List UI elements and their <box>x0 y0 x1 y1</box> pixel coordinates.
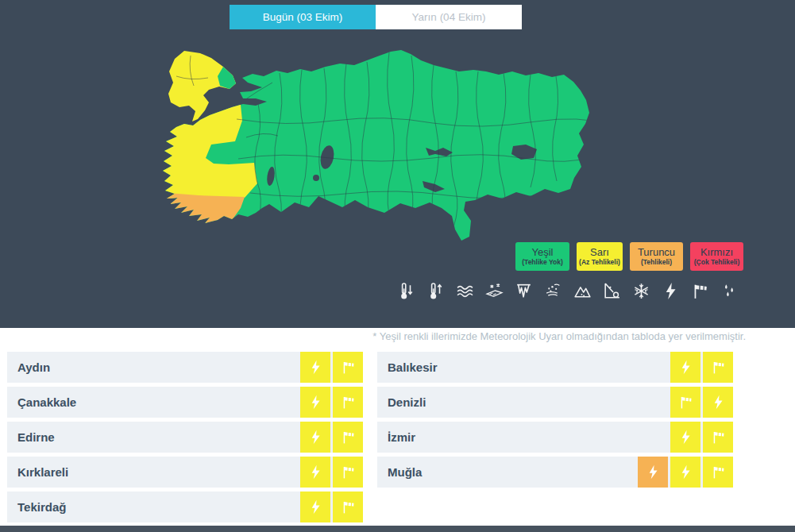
city-label: Edirne <box>7 430 55 444</box>
city-label: Tekirdağ <box>7 500 66 514</box>
warning-cell-lightning-yellow <box>670 457 700 488</box>
warning-cells <box>670 387 733 418</box>
tab-today[interactable]: Bugün (03 Ekim) <box>230 5 376 29</box>
warning-cell-lightning-yellow <box>300 457 330 488</box>
warning-cells <box>300 492 363 522</box>
legend-label: Kırmızı <box>700 246 733 258</box>
warning-cell-windsock-yellow <box>333 387 363 418</box>
table-row-kırklareli[interactable]: Kırklareli <box>7 457 363 488</box>
warning-cell-windsock-yellow <box>333 492 363 522</box>
table-row-balıkesir[interactable]: Balıkesir <box>377 352 733 383</box>
tab-bar: Bugün (03 Ekim) Yarın (04 Ekim) <box>230 5 522 29</box>
table-row-denizli[interactable]: Denizli <box>377 387 733 418</box>
warning-cell-windsock-yellow <box>333 422 363 453</box>
city-label: Balıkesir <box>377 360 438 374</box>
city-label: Aydın <box>7 360 50 374</box>
warning-cells <box>300 422 363 453</box>
windsock-icon <box>689 279 710 303</box>
legend-label: Sarı <box>590 246 609 258</box>
legend-item-red: Kırmızı (Çok Tehlikeli) <box>690 242 743 271</box>
city-label: Denizli <box>377 395 426 409</box>
lightning-icon <box>660 279 681 303</box>
rain-icon <box>719 279 739 303</box>
legend-item-orange: Turuncu (Tehlikeli) <box>630 242 683 271</box>
avalanche-icon <box>572 279 592 303</box>
warning-cell-lightning-yellow <box>300 387 330 418</box>
table-row-çanakkale[interactable]: Çanakkale <box>7 387 363 418</box>
city-label: Kırklareli <box>7 465 68 479</box>
rockfall-icon <box>601 279 622 303</box>
legend-sublabel: (Tehlikeli) <box>641 258 672 267</box>
warning-cell-windsock-yellow <box>703 457 733 488</box>
warning-cell-windsock-yellow <box>333 457 363 488</box>
warning-cell-lightning-yellow <box>300 352 330 383</box>
warning-cell-windsock-yellow <box>703 422 733 453</box>
warning-cell-lightning-yellow <box>670 352 700 383</box>
map-region-mugla-orange[interactable] <box>163 192 245 224</box>
table-row-aydın[interactable]: Aydın <box>7 352 363 383</box>
warning-cell-windsock-yellow <box>703 352 733 383</box>
tab-label: Bugün (03 Ekim) <box>263 11 343 23</box>
table-row-edirne[interactable]: Edirne <box>7 422 363 453</box>
warning-cells <box>300 457 363 488</box>
thermometer-high-icon <box>425 279 446 303</box>
tab-tomorrow[interactable]: Yarın (04 Ekim) <box>376 5 522 29</box>
warning-cell-windsock-yellow <box>670 387 700 418</box>
turkey-warning-map[interactable] <box>163 38 596 246</box>
legend-item-green: Yeşil (Tehlike Yok) <box>515 242 569 271</box>
table-row-muğla[interactable]: Muğla <box>377 457 733 488</box>
note-text: * Yeşil renkli illerimizde Meteorolojik … <box>372 330 746 342</box>
legend-label: Turuncu <box>638 246 675 258</box>
city-label: Muğla <box>377 465 422 479</box>
snow-icon <box>631 279 651 303</box>
legend-sublabel: (Tehlike Yok) <box>522 258 563 267</box>
warning-cell-lightning-yellow <box>703 387 733 418</box>
warning-cells <box>300 352 363 383</box>
warning-table-right: Balıkesir Denizli İzmir Muğla <box>377 352 733 492</box>
warning-table-left: Aydın Çanakkale Edirne Kırklareli Tekird… <box>7 352 363 526</box>
legend-label: Yeşil <box>532 246 554 258</box>
warning-type-icon-strip <box>396 279 739 303</box>
legend: Yeşil (Tehlike Yok) Sarı (Az Tehlikeli) … <box>515 242 743 271</box>
warning-cell-lightning-yellow <box>670 422 700 453</box>
mgm-warning-page: Bugün (03 Ekim) Yarın (04 Ekim) <box>0 0 795 532</box>
warning-cell-windsock-yellow <box>333 352 363 383</box>
warning-cell-lightning-yellow <box>300 422 330 453</box>
frost-icon <box>484 279 504 303</box>
tab-label: Yarın (04 Ekim) <box>412 11 486 23</box>
dust-icon <box>542 279 563 303</box>
legend-item-yellow: Sarı (Az Tehlikeli) <box>577 242 623 271</box>
legend-sublabel: (Az Tehlikeli) <box>579 258 620 267</box>
table-row-i̇zmir[interactable]: İzmir <box>377 422 733 453</box>
map-panel: Bugün (03 Ekim) Yarın (04 Ekim) <box>0 0 795 328</box>
icing-icon <box>513 279 534 303</box>
warning-cell-lightning-yellow <box>300 492 330 522</box>
warning-cells <box>300 387 363 418</box>
city-label: İzmir <box>377 430 415 444</box>
warning-cells <box>638 457 733 488</box>
table-row-tekirdağ[interactable]: Tekirdağ <box>7 492 363 522</box>
legend-sublabel: (Çok Tehlikeli) <box>694 258 739 267</box>
warning-cells <box>670 352 733 383</box>
city-label: Çanakkale <box>7 395 76 409</box>
warning-cell-lightning-orange <box>638 457 668 488</box>
warning-cells <box>670 422 733 453</box>
bottom-bar <box>0 526 795 532</box>
thermometer-low-icon <box>396 279 416 303</box>
waves-icon <box>454 279 475 303</box>
